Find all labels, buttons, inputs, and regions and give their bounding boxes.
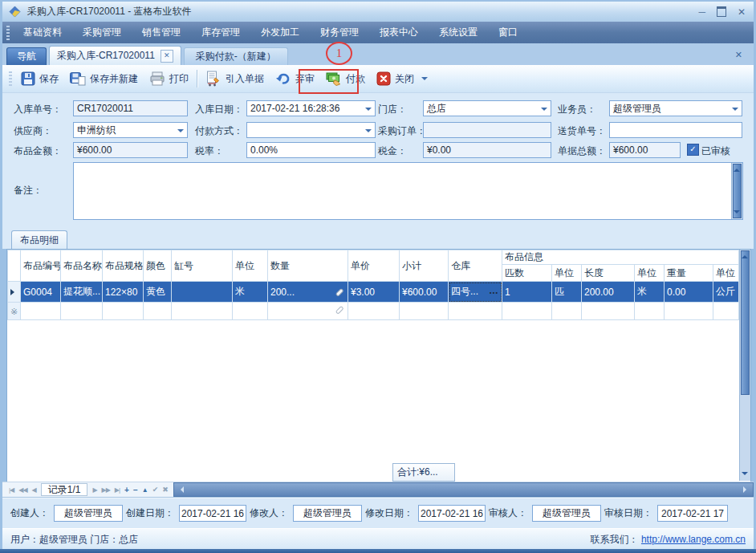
col-header-code[interactable]: 布品编号	[21, 250, 61, 282]
scroll-left-icon[interactable]	[177, 486, 184, 493]
cell-unit[interactable]: 米	[233, 282, 268, 303]
nav-cancel-button[interactable]: ✖	[160, 486, 170, 494]
website-link[interactable]: http://www.lange.com.cn	[641, 534, 746, 545]
col-header-weight[interactable]: 重量	[665, 265, 713, 282]
col-header-length[interactable]: 长度	[582, 265, 635, 282]
nav-edit-button[interactable]: ▲	[140, 486, 150, 494]
contact-label: 联系我们：	[591, 534, 639, 545]
delivery-no-field[interactable]	[609, 122, 742, 138]
col-header-name[interactable]: 布品名称	[61, 250, 103, 282]
col-header-unit[interactable]: 单位	[233, 250, 268, 282]
chevron-down-icon[interactable]	[365, 108, 372, 114]
cell-pieces[interactable]: 1	[502, 282, 552, 303]
menu-sales[interactable]: 销售管理	[132, 22, 191, 43]
amount-field[interactable]: ¥600.00	[73, 142, 188, 158]
approved-checkbox[interactable]: ✓	[687, 144, 699, 156]
menu-settings[interactable]: 系统设置	[429, 22, 488, 43]
cell-length[interactable]: 200.00	[582, 282, 635, 303]
nav-prev-button[interactable]: ◀	[30, 486, 39, 494]
close-tab-label: 关闭	[395, 72, 414, 86]
col-header-pieces-unit[interactable]: 单位	[552, 265, 582, 282]
cell-pieces-unit[interactable]: 匹	[552, 282, 582, 303]
col-header-weight-unit[interactable]: 单位	[713, 265, 739, 282]
col-header-spec[interactable]: 布品规格	[103, 250, 144, 282]
col-header-length-unit[interactable]: 单位	[635, 265, 665, 282]
save-and-new-icon	[70, 71, 86, 86]
remark-textarea[interactable]	[73, 162, 743, 220]
nav-post-button[interactable]: ✔	[150, 486, 161, 494]
discard-audit-icon	[275, 71, 291, 86]
maximize-button[interactable]	[717, 6, 726, 17]
tab-close-icon[interactable]: ✕	[161, 50, 173, 63]
grid-scrollbar[interactable]	[739, 250, 750, 481]
nav-first-button[interactable]: |◀	[6, 486, 16, 494]
chevron-down-icon[interactable]	[365, 129, 372, 136]
col-header-vat[interactable]: 缸号	[172, 250, 233, 282]
cell-warehouse[interactable]: … 四号...	[449, 282, 502, 303]
cell-weight-unit[interactable]: 公斤	[713, 282, 739, 303]
tabstrip-close-icon[interactable]: ✕	[735, 50, 742, 60]
cell-code[interactable]: G0004	[21, 282, 61, 303]
cell-spec[interactable]: 122×80	[103, 282, 144, 303]
tab-purchase-inbound[interactable]: 采购入库-CR17020011 ✕	[49, 46, 181, 65]
menu-basic-data[interactable]: 基础资料	[13, 22, 72, 43]
cell-color[interactable]: 黄色	[144, 282, 172, 303]
store-field[interactable]: 总店	[423, 100, 551, 116]
pay-method-field[interactable]	[246, 122, 376, 138]
tab-purchase-payment[interactable]: 采购付款-（新建）	[184, 47, 288, 65]
nav-last-button[interactable]: ▶|	[112, 486, 122, 494]
close-window-button[interactable]: ✕	[738, 7, 746, 17]
total-field[interactable]: ¥600.00	[609, 142, 681, 158]
purchase-order-field[interactable]	[423, 122, 551, 138]
salesman-field[interactable]: 超级管理员	[609, 100, 742, 116]
warehouse-ellipsis-button[interactable]: …	[489, 285, 499, 296]
col-header-price[interactable]: 单价	[348, 250, 400, 282]
cell-length-unit[interactable]: 米	[635, 282, 665, 303]
nav-insert-button[interactable]: +	[122, 486, 131, 494]
nav-prev-page-button[interactable]: ◀◀	[16, 486, 29, 494]
print-button[interactable]: 打印	[144, 69, 194, 88]
tax-field[interactable]: ¥0.00	[423, 142, 551, 158]
cell-price[interactable]: ¥3.00	[348, 282, 400, 303]
cell-qty[interactable]: 200...	[268, 282, 348, 303]
scroll-right-icon[interactable]	[743, 486, 750, 493]
tab-navigation[interactable]: 导航	[6, 47, 47, 65]
horizontal-scrollbar[interactable]	[173, 482, 754, 497]
menu-window[interactable]: 窗口	[488, 22, 528, 43]
supplier-label: 供应商：	[14, 124, 52, 138]
col-header-qty[interactable]: 数量	[268, 250, 348, 282]
menu-reports[interactable]: 报表中心	[369, 22, 429, 43]
cell-name[interactable]: 提花顺...	[61, 282, 103, 303]
toolbar-overflow-caret-icon[interactable]	[421, 77, 428, 83]
menu-inventory[interactable]: 库存管理	[191, 22, 250, 43]
col-header-warehouse[interactable]: 仓库	[449, 250, 502, 282]
order-no-field[interactable]: CR17020011	[73, 100, 188, 116]
chevron-down-icon[interactable]	[732, 108, 738, 114]
menu-purchase[interactable]: 采购管理	[72, 22, 132, 43]
order-date-field[interactable]: 2017-02-21 16:28:36	[246, 100, 376, 116]
nav-next-button[interactable]: ▶	[90, 486, 99, 494]
remark-scrollbar[interactable]	[731, 163, 742, 219]
col-header-pieces[interactable]: 匹数	[502, 265, 552, 282]
save-and-new-button[interactable]: 保存并新建	[64, 69, 144, 88]
menu-outsourcing[interactable]: 外发加工	[250, 22, 310, 43]
col-header-color[interactable]: 颜色	[144, 250, 172, 282]
menu-finance[interactable]: 财务管理	[310, 22, 369, 43]
cell-weight[interactable]: 0.00	[665, 282, 713, 303]
cell-subtotal[interactable]: ¥600.00	[400, 282, 449, 303]
grid-row-selected[interactable]: G0004 提花顺... 122×80 黄色 米 200... ¥3.00 ¥6…	[8, 282, 739, 303]
nav-next-page-button[interactable]: ▶▶	[100, 486, 112, 494]
tax-rate-field[interactable]: 0.00%	[246, 142, 376, 158]
close-tab-button[interactable]: 关闭	[371, 69, 420, 88]
cell-vat[interactable]	[172, 282, 233, 303]
save-button[interactable]: 保存	[15, 69, 64, 88]
nav-delete-button[interactable]: −	[131, 486, 140, 494]
chevron-down-icon[interactable]	[177, 129, 184, 136]
tab-fabric-detail[interactable]: 布品明细	[11, 230, 67, 249]
grid-append-row[interactable]: ※	[8, 303, 739, 320]
import-document-button[interactable]: 引入单据	[200, 68, 270, 89]
chevron-down-icon[interactable]	[541, 108, 547, 114]
supplier-field[interactable]: 申洲纺织	[73, 122, 188, 138]
col-header-subtotal[interactable]: 小计	[400, 250, 449, 282]
minimize-button[interactable]: ─	[698, 7, 705, 17]
